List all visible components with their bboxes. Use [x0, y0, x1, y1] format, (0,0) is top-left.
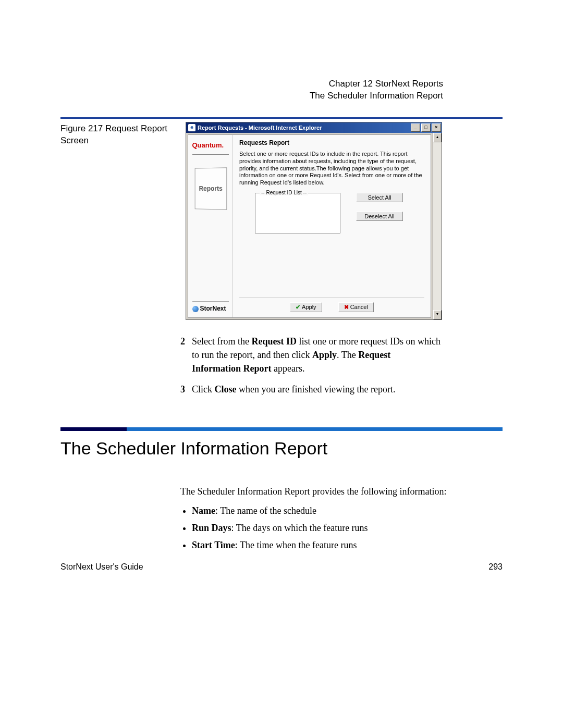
reports-tile[interactable]: Reports: [194, 167, 227, 209]
step-number-3: 3: [180, 382, 192, 396]
cancel-button[interactable]: ✖Cancel: [338, 302, 374, 312]
app-sidebar: Quantum. Reports StorNext: [188, 135, 233, 317]
section-label: The Scheduler Information Report: [310, 90, 443, 102]
ie-icon: e: [188, 124, 195, 131]
section-intro: The Scheduler Information Report provide…: [180, 485, 451, 499]
footer-page-number: 293: [488, 562, 503, 572]
close-button[interactable]: ×: [432, 124, 441, 132]
chapter-label: Chapter 12 StorNext Reports: [310, 78, 443, 90]
apply-label: Apply: [302, 304, 316, 310]
scroll-track[interactable]: [433, 142, 442, 310]
maximize-button[interactable]: □: [421, 124, 431, 132]
list-legend: -- Request ID List --: [260, 190, 308, 195]
panel-title: Requests Report: [239, 139, 424, 146]
section-heading: The Scheduler Information Report: [60, 438, 503, 459]
cancel-label: Cancel: [350, 304, 368, 310]
section-divider: [60, 427, 503, 431]
window-titlebar: e Report Requests - Microsoft Internet E…: [186, 122, 442, 133]
step-2-text: Select from the Request ID list one or m…: [192, 335, 441, 375]
quantum-logo: Quantum.: [192, 141, 229, 155]
globe-icon: [192, 306, 199, 312]
check-icon: ✔: [296, 304, 300, 310]
step-number-2: 2: [180, 335, 192, 375]
scroll-down-icon[interactable]: ▾: [433, 310, 442, 319]
minimize-button[interactable]: _: [411, 124, 420, 132]
scroll-up-icon[interactable]: ▴: [433, 133, 442, 142]
section-body: The Scheduler Information Report provide…: [180, 485, 451, 552]
apply-button[interactable]: ✔Apply: [290, 302, 322, 312]
step-3-text: Click Close when you are finished viewin…: [192, 382, 395, 396]
vertical-scrollbar[interactable]: ▴ ▾: [433, 133, 442, 319]
stornext-text: StorNext: [200, 305, 226, 312]
panel-description: Select one or more request IDs to includ…: [239, 151, 424, 187]
bullet-start-time: Start Time: The time when the feature ru…: [192, 538, 451, 552]
window-title: Report Requests - Microsoft Internet Exp…: [198, 125, 322, 131]
screenshot-window: e Report Requests - Microsoft Internet E…: [186, 122, 442, 320]
footer-left: StorNext User's Guide: [60, 562, 143, 572]
figure-caption: Figure 217 Request Report Screen: [60, 122, 186, 147]
request-id-list[interactable]: -- Request ID List --: [255, 193, 340, 233]
main-pane: Requests Report Select one or more reque…: [233, 135, 431, 317]
stornext-logo: StorNext: [192, 301, 229, 312]
instruction-steps: 2 Select from the Request ID list one or…: [180, 335, 441, 396]
x-icon: ✖: [344, 304, 349, 310]
bullet-run-days: Run Days: The days on which the feature …: [192, 521, 451, 535]
deselect-all-button[interactable]: Deselect All: [356, 212, 403, 221]
select-all-button[interactable]: Select All: [356, 193, 403, 202]
bullet-name: Name: The name of the schedule: [192, 504, 451, 518]
